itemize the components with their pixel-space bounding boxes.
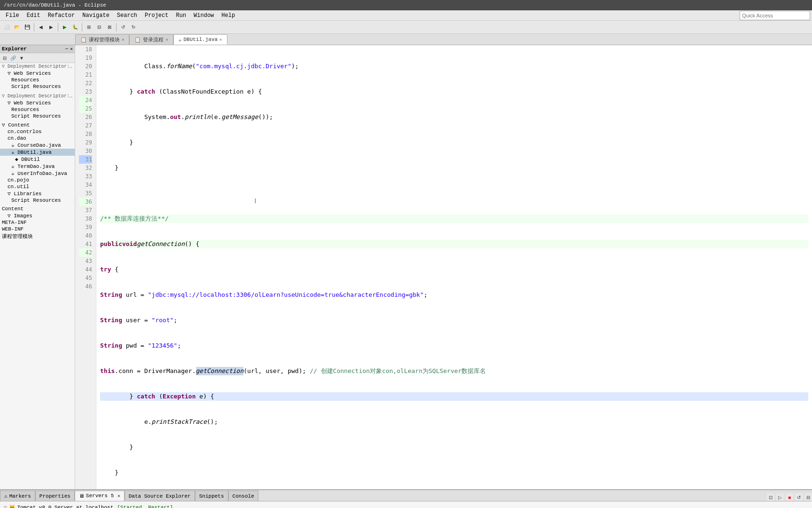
ln-23: 23: [79, 87, 92, 96]
code-line-32: e.printStackTrace();: [100, 418, 808, 426]
bottom-tab-servers[interactable]: 🖥 Servers 5 ✕: [75, 491, 125, 501]
toolbar-btn4[interactable]: ⊞: [84, 23, 94, 32]
ln-32: 32: [79, 164, 92, 172]
server-row-tomcat[interactable]: ▽ 🐱 Tomcat v8.0 Server at localhost [Sta…: [2, 503, 810, 508]
menu-refactor[interactable]: Refactor: [44, 11, 79, 20]
tab-login-close[interactable]: ✕: [165, 37, 168, 42]
tab-kechen[interactable]: 📋 课程管理模块 ✕: [75, 34, 129, 45]
code-line-34: }: [100, 468, 808, 477]
toolbar-sep-4: [116, 23, 117, 32]
sidebar-item-cnutil[interactable]: cn.util: [0, 183, 75, 190]
ln-26: 26: [79, 113, 92, 121]
bottom-tab-console[interactable]: Console: [228, 491, 258, 501]
code-line-20: System.out.println(e.getMessage());: [100, 113, 808, 121]
toolbar: ⬜ 📂 💾 ◀ ▶ ▶ 🐛 ⊞ ⊟ ⊠ ↺ ↻: [0, 21, 812, 34]
sidebar-collapse[interactable]: ─: [65, 47, 68, 52]
tab-kechen-close[interactable]: ✕: [122, 37, 124, 42]
menu-search[interactable]: Search: [113, 11, 141, 20]
sidebar-item-webinf[interactable]: WEB-INF: [0, 226, 75, 232]
toolbar-btn5[interactable]: ⊟: [94, 23, 104, 32]
ln-46: 46: [79, 282, 92, 291]
quick-access-input[interactable]: [740, 11, 810, 20]
sidebar-item-cncontrols[interactable]: cn.contrlos: [0, 128, 75, 135]
ln-29: 29: [79, 138, 92, 147]
sidebar-item-coursedao[interactable]: ☕ CourseDao.java: [0, 142, 75, 149]
bottom-panel: ⚠ Markers Properties 🖥 Servers 5 ✕ Data …: [0, 489, 812, 508]
menu-navigate[interactable]: Navigate: [78, 11, 113, 20]
menu-help[interactable]: Help: [218, 11, 239, 20]
sidebar-item-metainf[interactable]: META-INF: [0, 219, 75, 226]
sidebar-title: Explorer: [2, 46, 27, 52]
sidebar-item-images[interactable]: ▽ Images: [0, 212, 75, 219]
bottom-tab-datasource[interactable]: Data Source Explorer: [125, 491, 195, 501]
sidebar-item-dbutil[interactable]: ☕ DBUtil.java: [0, 149, 75, 156]
toolbar-btn7[interactable]: ↺: [118, 23, 128, 32]
menu-window[interactable]: Window: [190, 11, 218, 20]
toolbar-open[interactable]: 📂: [12, 23, 22, 32]
sidebar-item-script1[interactable]: Script Resources: [0, 83, 75, 90]
code-line-19: } catch (ClassNotFoundException e) {: [100, 87, 808, 96]
code-editor[interactable]: Class.forName("com.mysql.cj.jdbc.Driver"…: [96, 45, 812, 489]
toolbar-run[interactable]: ▶: [60, 23, 70, 32]
sidebar-item-ws2[interactable]: ▽ Web Services: [0, 99, 75, 106]
code-line-27: String url = "jdbc:mysql://localhost:330…: [100, 291, 808, 299]
sidebar-item-userinfodao[interactable]: ☕ UserInfoDao.java: [0, 170, 75, 177]
servers-close[interactable]: ✕: [117, 493, 120, 499]
tab-dbutil-close[interactable]: ✕: [219, 37, 222, 42]
bottom-tabs: ⚠ Markers Properties 🖥 Servers 5 ✕ Data …: [0, 490, 812, 501]
bottom-icon-1[interactable]: ⊡: [767, 493, 774, 501]
toolbar-save[interactable]: 💾: [23, 23, 32, 32]
sidebar-item-dbutilclass[interactable]: ◆ DBUtil: [0, 156, 75, 163]
code-line-23: [100, 189, 808, 198]
markers-icon: ⚠: [4, 493, 8, 499]
ln-19: 19: [79, 54, 92, 62]
bottom-icon-stop[interactable]: ■: [786, 493, 793, 501]
sidebar-item-content[interactable]: ▽ Content: [0, 121, 75, 128]
sidebar-item-script3[interactable]: Script Resources: [0, 197, 75, 204]
sidebar-close[interactable]: ✕: [70, 46, 73, 52]
bottom-tab-snippets[interactable]: Snippets: [195, 491, 228, 501]
sidebar-item-res1[interactable]: Resources: [0, 77, 75, 83]
toolbar-btn6[interactable]: ⊠: [105, 23, 114, 32]
sidebar-item-script2[interactable]: Script Resources: [0, 113, 75, 119]
menu-edit[interactable]: Edit: [23, 11, 44, 20]
ln-41: 41: [79, 240, 92, 248]
toolbar-forward[interactable]: ▶: [47, 23, 56, 32]
sidebar-item-termdao[interactable]: ☕ TermDao.java: [0, 163, 75, 170]
bottom-icon-2[interactable]: ▷: [776, 493, 784, 501]
menu-run[interactable]: Run: [172, 11, 190, 20]
tab-bar: 📋 课程管理模块 ✕ 📋 登录流程 ✕ ☕ DBUtil.java ✕: [0, 34, 812, 45]
tomcat-icon: 🐱: [9, 504, 16, 508]
menu-project[interactable]: Project: [141, 11, 172, 20]
bottom-tab-markers[interactable]: ⚠ Markers: [0, 491, 35, 501]
menu-file[interactable]: File: [2, 11, 23, 20]
sidebar-item-res2[interactable]: Resources: [0, 106, 75, 113]
sidebar-item-content2[interactable]: Content: [0, 206, 75, 212]
ln-27: 27: [79, 121, 92, 130]
toolbar-btn8[interactable]: ↻: [129, 23, 138, 32]
tab-login[interactable]: 📋 登录流程 ✕: [129, 34, 173, 45]
sidebar-item-libraries[interactable]: ▽ Libraries: [0, 190, 75, 197]
sidebar-item-ws1[interactable]: ▽ Web Services: [0, 70, 75, 77]
toolbar-debug[interactable]: 🐛: [70, 23, 80, 32]
toolbar-back[interactable]: ◀: [36, 23, 46, 32]
snippets-label: Snippets: [199, 493, 224, 499]
toolbar-new[interactable]: ⬜: [2, 23, 11, 32]
code-line-33: }: [100, 443, 808, 452]
bottom-icon-3[interactable]: ↺: [795, 493, 803, 501]
sidebar-item-cnpojo[interactable]: cn.pojo: [0, 177, 75, 183]
sidebar-item-cndao[interactable]: cn.dao: [0, 135, 75, 142]
sidebar-collapse-btn[interactable]: ⊟: [1, 54, 8, 62]
sidebar-item-kecheng[interactable]: 课程管理模块: [0, 232, 75, 240]
tab-dbutil[interactable]: ☕ DBUtil.java ✕: [173, 34, 227, 45]
bottom-icon-4[interactable]: ⊟: [804, 493, 812, 501]
sidebar-menu-btn[interactable]: ▼: [18, 54, 25, 62]
sidebar-item-deploy2[interactable]: ▽ Deployment Descriptor: test06: [0, 93, 75, 99]
sidebar-link-btn[interactable]: 🔗: [9, 54, 17, 62]
code-container[interactable]: 18 19 20 21 22 23 24 25 26 27 28 29 30 3…: [75, 45, 812, 489]
code-line-31: } catch (Exception e) {: [100, 392, 808, 401]
ln-36: 36: [79, 198, 92, 206]
ln-21: 21: [79, 71, 92, 79]
sidebar-item-deploy1[interactable]: ▽ Deployment Descriptor: ch06_servlet: [0, 63, 75, 70]
bottom-tab-properties[interactable]: Properties: [35, 491, 75, 501]
